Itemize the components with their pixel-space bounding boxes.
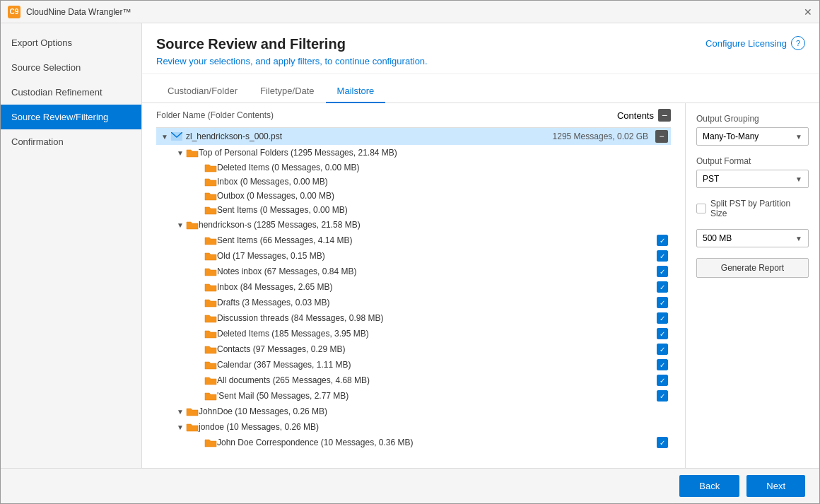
row-label-11: Discussion threads (84 Messages, 0.98 MB… <box>217 313 657 323</box>
row-label-2: Inbox (0 Messages, 0.00 MB) <box>217 177 671 187</box>
app-title: CloudNine Data Wrangler™ <box>26 7 131 17</box>
tree-row-0[interactable]: ▼ Top of Personal Folders (1295 Messages… <box>156 145 671 160</box>
folder-icon-17 <box>186 406 199 416</box>
tree-row-14[interactable]: Calendar (367 Messages, 1.11 MB) ✓ <box>156 357 671 373</box>
next-button[interactable]: Next <box>746 475 805 497</box>
tree-row-5[interactable]: ▼ hendrickson-s (1285 Messages, 21.58 MB… <box>156 217 671 233</box>
titlebar: C9 CloudNine Data Wrangler™ ✕ <box>1 1 819 23</box>
expand-17[interactable]: ▼ <box>175 406 186 417</box>
tree-row-3[interactable]: Outbox (0 Messages, 0.00 MB) <box>156 189 671 203</box>
checkbox-10[interactable]: ✓ <box>657 297 668 308</box>
tree-row-10[interactable]: Drafts (3 Messages, 0.03 MB) ✓ <box>156 295 671 310</box>
generate-report-button[interactable]: Generate Report <box>696 258 809 278</box>
output-grouping-section: Output Grouping Many-To-Many ▼ <box>696 114 809 146</box>
checkbox-14[interactable]: ✓ <box>657 359 668 370</box>
tree-row-13[interactable]: Contacts (97 Messages, 0.29 MB) ✓ <box>156 341 671 357</box>
tree-row-2[interactable]: Inbox (0 Messages, 0.00 MB) <box>156 175 671 189</box>
content-area: Source Review and Filtering Review your … <box>142 23 819 468</box>
folder-icon-4 <box>204 205 217 215</box>
expand-arrow-root[interactable]: ▼ <box>159 131 170 142</box>
sidebar-item-export-options[interactable]: Export Options <box>1 30 141 55</box>
row-label-9: Inbox (84 Messages, 2.65 MB) <box>217 282 657 292</box>
checkbox-9[interactable]: ✓ <box>657 281 668 293</box>
tree-row-1[interactable]: Deleted Items (0 Messages, 0.00 MB) <box>156 160 671 175</box>
tree-row-8[interactable]: Notes inbox (67 Messages, 0.84 MB) ✓ <box>156 264 671 279</box>
partition-size-dropdown[interactable]: 500 MB ▼ <box>696 229 809 247</box>
folder-icon-0 <box>186 148 199 158</box>
expand-5[interactable]: ▼ <box>175 219 186 230</box>
output-format-section: Output Format PST ▼ <box>696 156 809 188</box>
tree-row-6[interactable]: Sent Items (66 Messages, 4.14 MB) ✓ <box>156 233 671 248</box>
checkbox-6[interactable]: ✓ <box>657 235 668 246</box>
checkbox-7[interactable]: ✓ <box>657 250 668 262</box>
checkbox-13[interactable]: ✓ <box>657 344 668 355</box>
root-minus-btn[interactable]: − <box>655 130 668 143</box>
checkbox-15[interactable]: ✓ <box>657 375 668 386</box>
back-button[interactable]: Back <box>679 475 739 497</box>
expand-18[interactable]: ▼ <box>175 421 186 433</box>
tree-scroll[interactable]: ▼ zl_hendrickson-s_000.pst 1295 Messages… <box>156 128 671 468</box>
tree-row-root[interactable]: ▼ zl_hendrickson-s_000.pst 1295 Messages… <box>156 128 671 145</box>
tab-filetype-date[interactable]: Filetype/Date <box>249 80 326 103</box>
row-label-7: Old (17 Messages, 0.15 MB) <box>217 251 657 261</box>
dropdown-arrow-grouping: ▼ <box>795 133 802 141</box>
main-body: Export Options Source Selection Custodia… <box>1 23 819 468</box>
tree-row-16[interactable]: 'Sent Mail (50 Messages, 2.77 MB) ✓ <box>156 388 671 404</box>
help-icon[interactable]: ? <box>791 36 805 50</box>
tab-custodian-folder[interactable]: Custodian/Folder <box>156 80 249 103</box>
row-label-5: hendrickson-s (1285 Messages, 21.58 MB) <box>199 220 671 230</box>
configure-licensing-link[interactable]: Configure Licensing <box>705 38 787 49</box>
sidebar-item-confirmation[interactable]: Confirmation <box>1 129 141 154</box>
tree-row-7[interactable]: Old (17 Messages, 0.15 MB) ✓ <box>156 248 671 264</box>
output-grouping-dropdown[interactable]: Many-To-Many ▼ <box>696 127 809 146</box>
output-format-label: Output Format <box>696 156 809 166</box>
sidebar: Export Options Source Selection Custodia… <box>1 23 142 468</box>
tree-row-19[interactable]: John Doe Correspondence (10 Messages, 0.… <box>156 435 671 450</box>
output-format-value: PST <box>703 174 719 184</box>
tree-row-17[interactable]: ▼ JohnDoe (10 Messages, 0.26 MB) <box>156 404 671 419</box>
tree-row-11[interactable]: Discussion threads (84 Messages, 0.98 MB… <box>156 310 671 326</box>
folder-icon-14 <box>204 360 217 370</box>
collapse-all-button[interactable]: − <box>658 109 671 122</box>
tree-row-18[interactable]: ▼ jondoe (10 Messages, 0.26 MB) <box>156 419 671 435</box>
checkbox-8[interactable]: ✓ <box>657 266 668 277</box>
sidebar-item-source-review[interactable]: Source Review/Filtering <box>1 105 141 129</box>
row-label-0: Top of Personal Folders (1295 Messages, … <box>199 148 671 158</box>
dropdown-arrow-partition: ▼ <box>795 235 802 242</box>
row-label-14: Calendar (367 Messages, 1.11 MB) <box>217 360 657 370</box>
expand-0[interactable]: ▼ <box>175 147 186 158</box>
row-label-15: All documents (265 Messages, 4.68 MB) <box>217 375 657 385</box>
row-label-12: Deleted Items (185 Messages, 3.95 MB) <box>217 329 657 339</box>
root-contents: 1295 Messages, 0.02 GB <box>553 131 648 141</box>
app-logo: C9 <box>8 6 20 18</box>
split-pst-section: Split PST by Partition Size <box>696 199 809 218</box>
tree-row-15[interactable]: All documents (265 Messages, 4.68 MB) ✓ <box>156 373 671 388</box>
content-body: Folder Name (Folder Contents) Contents −… <box>142 103 819 468</box>
checkbox-12[interactable]: ✓ <box>657 328 668 339</box>
folder-icon-1 <box>204 163 217 172</box>
tab-mailstore[interactable]: Mailstore <box>326 80 386 103</box>
sidebar-item-custodian-refinement[interactable]: Custodian Refinement <box>1 80 141 105</box>
sidebar-item-source-selection[interactable]: Source Selection <box>1 55 141 80</box>
checkbox-19[interactable]: ✓ <box>657 437 668 448</box>
close-button[interactable]: ✕ <box>804 6 812 18</box>
checkbox-16[interactable]: ✓ <box>657 390 668 402</box>
tree-row-12[interactable]: Deleted Items (185 Messages, 3.95 MB) ✓ <box>156 326 671 341</box>
split-pst-label: Split PST by Partition Size <box>710 199 809 218</box>
titlebar-left: C9 CloudNine Data Wrangler™ <box>8 6 131 18</box>
page-subtitle: Review your selections, and apply filter… <box>156 56 805 66</box>
tree-row-9[interactable]: Inbox (84 Messages, 2.65 MB) ✓ <box>156 279 671 295</box>
tabs-bar: Custodian/Folder Filetype/Date Mailstore <box>142 80 819 103</box>
output-format-dropdown[interactable]: PST ▼ <box>696 170 809 188</box>
folder-icon-13 <box>204 344 217 354</box>
footer: Back Next <box>1 468 819 503</box>
tree-table: Folder Name (Folder Contents) Contents −… <box>142 103 685 468</box>
row-label-19: John Doe Correspondence (10 Messages, 0.… <box>217 438 657 447</box>
checkbox-11[interactable]: ✓ <box>657 312 668 324</box>
tree-row-4[interactable]: Sent Items (0 Messages, 0.00 MB) <box>156 203 671 217</box>
row-label-8: Notes inbox (67 Messages, 0.84 MB) <box>217 266 657 276</box>
row-label-13: Contacts (97 Messages, 0.29 MB) <box>217 344 657 354</box>
split-pst-checkbox[interactable] <box>696 204 706 213</box>
folder-icon-2 <box>204 177 217 187</box>
folder-icon-7 <box>204 251 217 261</box>
